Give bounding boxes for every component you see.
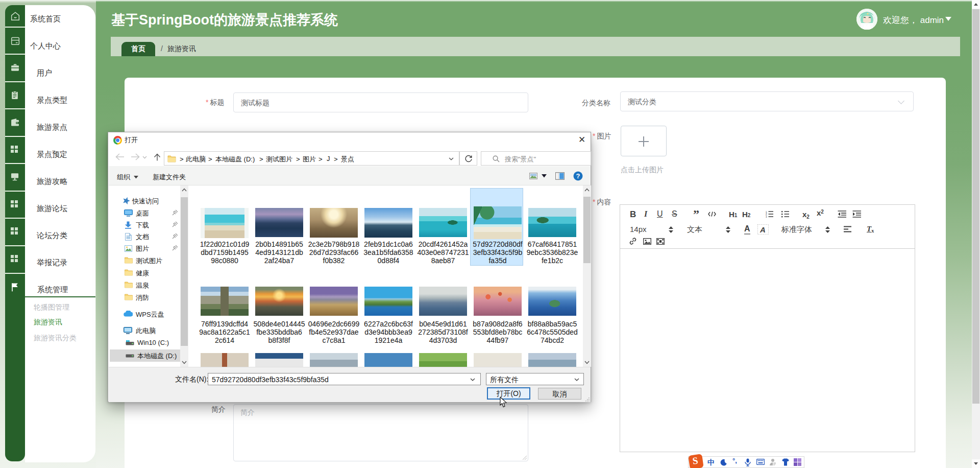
svg-text:3: 3 — [766, 216, 767, 218]
svg-text:?: ? — [576, 172, 580, 180]
svg-text:A: A — [760, 225, 766, 234]
